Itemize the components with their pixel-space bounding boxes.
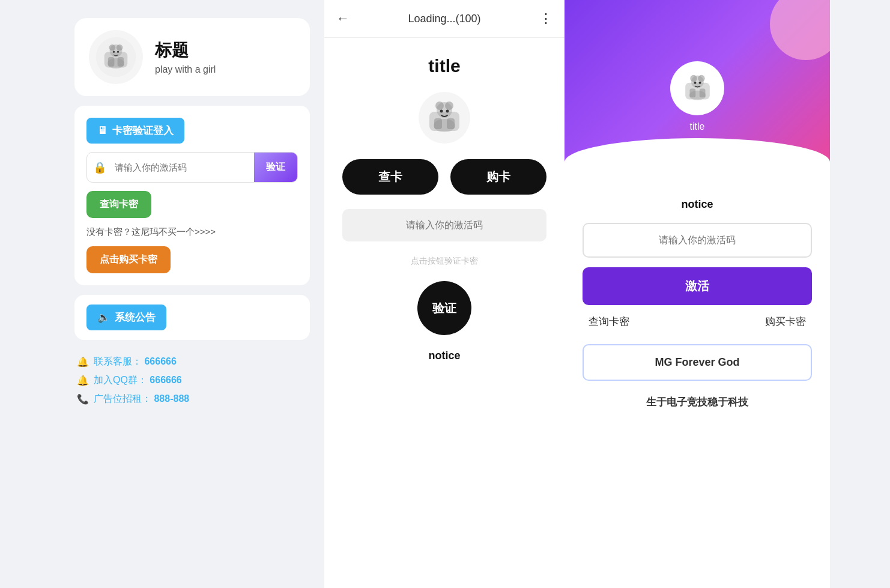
svg-point-26 <box>689 90 706 100</box>
app-title-block: 标题 play with a girl <box>155 39 216 75</box>
pink-blob <box>770 0 830 60</box>
svg-point-8 <box>113 51 115 53</box>
right-avatar <box>670 61 724 115</box>
svg-point-28 <box>698 81 701 83</box>
query-card-button[interactable]: 查询卡密 <box>86 191 151 218</box>
query-card-mid-button[interactable]: 查卡 <box>342 159 438 195</box>
right-brand-button[interactable]: MG Forever God <box>583 344 812 381</box>
footer-links: 🔔 联系客服： 666666 🔔 加入QQ群： 666666 📞 广告位招租： … <box>74 350 310 411</box>
speaker-icon: 🔈 <box>97 311 110 324</box>
ad-value: 888-888 <box>154 393 189 404</box>
contact-link[interactable]: 🔔 联系客服： 666666 <box>77 356 307 368</box>
app-title-cn: 标题 <box>155 39 216 62</box>
login-icon: 🖥 <box>97 125 107 137</box>
bell-icon: 🔔 <box>77 356 89 368</box>
app-icon <box>95 36 137 78</box>
contact-value: 666666 <box>144 356 176 366</box>
login-header-button[interactable]: 🖥 卡密验证登入 <box>86 118 184 144</box>
svg-point-4 <box>117 44 123 51</box>
lock-icon: 🔒 <box>87 161 112 174</box>
notice-button[interactable]: 🔈 系统公告 <box>86 305 166 330</box>
right-notice-label: notice <box>681 198 713 211</box>
middle-topbar: ← Loading...(100) ⋮ <box>324 0 565 38</box>
right-activate-button[interactable]: 激活 <box>583 267 812 305</box>
qq-link[interactable]: 🔔 加入QQ群： 666666 <box>77 374 307 387</box>
middle-verify-button[interactable]: 验证 <box>417 281 471 335</box>
contact-label: 联系客服： <box>94 356 142 366</box>
svg-point-14 <box>445 102 453 110</box>
verify-button[interactable]: 验证 <box>254 153 297 182</box>
right-hero: title <box>565 0 830 168</box>
qq-label: 加入QQ群： <box>94 375 147 385</box>
middle-title: title <box>428 56 460 76</box>
svg-point-19 <box>446 110 449 113</box>
qq-icon: 🔔 <box>77 375 89 386</box>
notice-section: 🔈 系统公告 <box>74 295 310 340</box>
right-activation-input[interactable] <box>583 223 812 258</box>
app-header: 标题 play with a girl <box>74 18 310 96</box>
right-panel: title notice 激活 查询卡密 购买卡密 MG Forever God… <box>565 0 830 588</box>
right-query-link[interactable]: 查询卡密 <box>589 315 629 329</box>
ad-label: 广告位招租： <box>94 393 151 404</box>
right-app-title: title <box>690 121 705 132</box>
back-button[interactable]: ← <box>336 11 350 26</box>
app-icon-wrapper <box>89 30 143 84</box>
middle-notice-text: notice <box>428 350 460 362</box>
login-btn-label: 卡密验证登入 <box>112 124 174 138</box>
middle-hint-text: 点击按钮验证卡密 <box>411 256 478 267</box>
middle-bear-icon <box>417 91 471 145</box>
more-button[interactable]: ⋮ <box>539 11 552 26</box>
app-title-en: play with a girl <box>155 64 216 75</box>
svg-point-23 <box>698 74 704 81</box>
right-content: 激活 查询卡密 购买卡密 MG Forever God 生于电子竞技稳于科技 <box>565 223 830 409</box>
buy-card-mid-button[interactable]: 购卡 <box>450 159 546 195</box>
svg-point-3 <box>109 44 116 51</box>
svg-point-7 <box>107 58 124 69</box>
no-card-text: 没有卡密？这尼玛不买一个>>>> <box>86 226 298 238</box>
activation-input-row: 🔒 验证 <box>86 152 298 183</box>
phone-icon: 📞 <box>77 393 89 405</box>
qq-value: 666666 <box>150 375 181 385</box>
svg-point-17 <box>434 119 455 132</box>
buy-card-button[interactable]: 点击购买卡密 <box>86 246 171 273</box>
svg-point-13 <box>435 102 444 110</box>
middle-actions-row: 查卡 购卡 <box>342 159 546 195</box>
right-links-row: 查询卡密 购买卡密 <box>583 315 812 329</box>
svg-point-22 <box>690 74 697 81</box>
svg-point-9 <box>117 51 120 53</box>
loading-text: Loading...(100) <box>408 13 480 25</box>
svg-point-18 <box>440 110 443 113</box>
middle-content: title 查卡 购卡 点击按钮验证卡密 验证 <box>324 38 565 380</box>
ad-link[interactable]: 📞 广告位招租： 888-888 <box>77 393 307 405</box>
left-panel: 标题 play with a girl 🖥 卡密验证登入 🔒 验证 查询卡密 没… <box>60 0 324 588</box>
activation-input[interactable] <box>112 154 254 181</box>
right-buy-link[interactable]: 购买卡密 <box>765 315 806 329</box>
login-section: 🖥 卡密验证登入 🔒 验证 查询卡密 没有卡密？这尼玛不买一个>>>> 点击购买… <box>74 106 310 285</box>
middle-activation-input[interactable] <box>342 209 546 241</box>
right-app-icon <box>678 69 717 108</box>
svg-point-27 <box>694 81 696 83</box>
right-slogan: 生于电子竞技稳于科技 <box>646 395 748 409</box>
middle-panel: ← Loading...(100) ⋮ title 查卡 <box>324 0 565 588</box>
